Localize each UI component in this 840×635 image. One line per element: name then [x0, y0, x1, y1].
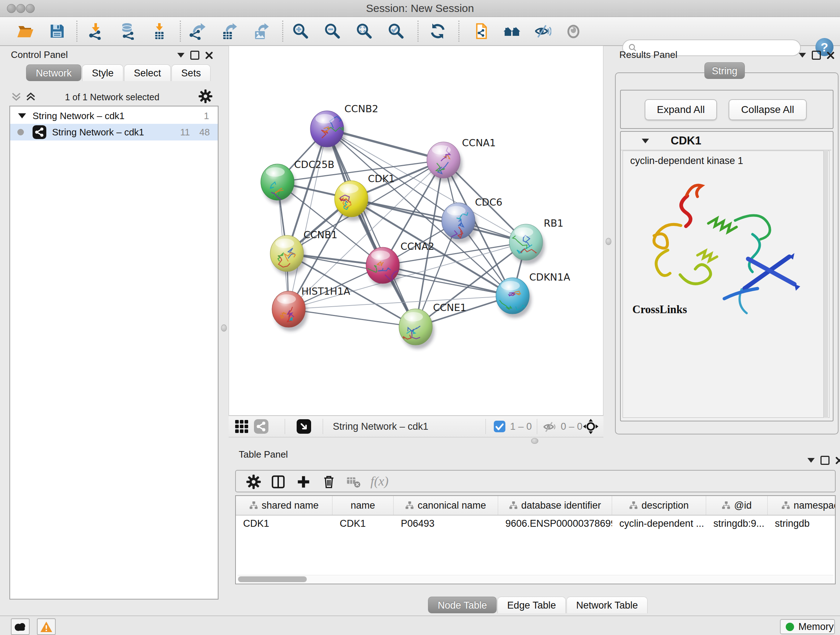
- panel-close-icon[interactable]: [827, 51, 835, 59]
- expand-all-button[interactable]: Expand All: [645, 99, 717, 120]
- entry-header[interactable]: CDK1: [621, 132, 831, 150]
- panel-close-icon[interactable]: [205, 51, 213, 59]
- column-header-shared-name[interactable]: shared name: [236, 496, 332, 515]
- column-header-@id[interactable]: @id: [706, 496, 767, 515]
- column-header-canonical-name[interactable]: canonical name: [393, 496, 498, 515]
- panel-close-icon[interactable]: [835, 456, 840, 464]
- tab-style[interactable]: Style: [82, 65, 123, 81]
- import-table-button[interactable]: [150, 21, 169, 41]
- hidden-toggle[interactable]: [543, 420, 556, 435]
- column-header-database-identifier[interactable]: database identifier: [498, 496, 612, 515]
- network-collection-row[interactable]: String Network – cdk1 1: [10, 108, 218, 124]
- collapse-all-button[interactable]: Collapse All: [729, 99, 807, 120]
- import-network-button[interactable]: [86, 21, 105, 41]
- refresh-button[interactable]: [428, 21, 447, 41]
- node-label-RB1: RB1: [544, 218, 563, 229]
- network-graph: CCNB2CCNA1CDC25BCDK1CDC6RB1CCNB1CCNA2CDK…: [229, 46, 603, 415]
- split-columns-button[interactable]: [271, 474, 286, 489]
- maximize-window-button[interactable]: [26, 4, 35, 13]
- export-network-button[interactable]: [188, 21, 207, 41]
- tab-sets[interactable]: Sets: [172, 65, 210, 81]
- column-header-name[interactable]: name: [332, 496, 393, 515]
- memory-button[interactable]: Memory: [780, 619, 835, 634]
- panel-menu-icon[interactable]: [799, 53, 806, 57]
- panel-menu-icon[interactable]: [177, 53, 185, 57]
- left-splitter-handle[interactable]: [221, 325, 227, 332]
- entry-collapse-icon[interactable]: [642, 139, 649, 143]
- network-node-CDKN1A[interactable]: CDKN1A: [496, 272, 570, 318]
- network-options-gear-button[interactable]: [198, 89, 213, 105]
- tab-node-table[interactable]: Node Table: [428, 597, 497, 613]
- tab-network[interactable]: Network: [26, 65, 81, 81]
- network-row-selected[interactable]: String Network – cdk1 11 48: [10, 124, 218, 141]
- table-cell[interactable]: stringdb: [767, 516, 836, 532]
- network-node-CDK1[interactable]: CDK1: [335, 173, 395, 221]
- table-gear-button[interactable]: [246, 474, 261, 489]
- column-header-description[interactable]: description: [612, 496, 706, 515]
- scrollbar-thumb[interactable]: [238, 576, 307, 582]
- hide-panel-button[interactable]: [533, 21, 552, 41]
- import-database-button[interactable]: [118, 21, 137, 41]
- network-node-HIST1H1A[interactable]: HIST1H1A: [272, 286, 351, 331]
- home-networks-button[interactable]: [502, 21, 521, 41]
- export-table-button[interactable]: [219, 21, 238, 41]
- network-node-CCNE1[interactable]: CCNE1: [399, 302, 466, 349]
- network-edge[interactable]: [383, 265, 513, 296]
- column-header-namespace[interactable]: namespace: [767, 496, 836, 515]
- expand-all-networks-button[interactable]: [25, 91, 36, 103]
- zoom-in-button[interactable]: [291, 21, 309, 41]
- table-horizontal-scrollbar[interactable]: [237, 575, 834, 583]
- birdseye-view-button[interactable]: [297, 419, 311, 435]
- export-table-icon: [220, 22, 238, 40]
- cloud-status-button[interactable]: [11, 618, 30, 635]
- network-node-CCNB1[interactable]: CCNB1: [270, 229, 338, 276]
- zoom-out-button[interactable]: [323, 21, 341, 41]
- delete-column-button[interactable]: [321, 474, 336, 489]
- selected-checkbox[interactable]: [493, 420, 506, 434]
- share-session-file-button[interactable]: [472, 21, 491, 41]
- network-node-CCNA1[interactable]: CCNA1: [427, 137, 496, 182]
- add-column-button[interactable]: [296, 474, 311, 489]
- network-list: String Network – cdk1 1 String Network –…: [9, 106, 218, 600]
- save-session-button[interactable]: [48, 21, 66, 41]
- panel-float-icon[interactable]: [821, 456, 829, 465]
- network-view-button[interactable]: [254, 419, 268, 435]
- zoom-fit-button[interactable]: [355, 21, 373, 41]
- panel-float-icon[interactable]: [812, 51, 821, 60]
- share-gray-icon: [254, 419, 268, 434]
- table-cell[interactable]: 9606.ENSP00000378699: [498, 516, 612, 532]
- network-edge[interactable]: [327, 129, 416, 327]
- tab-string[interactable]: String: [704, 62, 745, 79]
- table-cell[interactable]: cyclin-dependent ...: [612, 516, 706, 532]
- network-edge[interactable]: [289, 309, 416, 327]
- tab-select[interactable]: Select: [124, 65, 171, 81]
- zoom-selected-button[interactable]: [386, 21, 405, 41]
- open-session-button[interactable]: [16, 21, 35, 41]
- table-cell[interactable]: P06493: [393, 516, 498, 532]
- network-node-CDC6[interactable]: CDC6: [442, 196, 502, 243]
- fit-content-button[interactable]: [583, 418, 599, 436]
- tree-expand-icon[interactable]: [18, 113, 26, 119]
- table-row[interactable]: CDK1CDK1P064939606.ENSP00000378699cyclin…: [236, 516, 836, 532]
- export-image-button[interactable]: [251, 21, 270, 41]
- zoom-out-icon: [324, 22, 341, 40]
- bottom-splitter-handle[interactable]: [531, 438, 538, 444]
- tab-edge-table[interactable]: Edge Table: [497, 597, 566, 613]
- network-canvas[interactable]: CCNB2CCNA1CDC25BCDK1CDC6RB1CCNB1CCNA2CDK…: [229, 46, 603, 416]
- table-cell[interactable]: CDK1: [332, 516, 393, 532]
- warnings-button[interactable]: [37, 618, 56, 635]
- table-cell[interactable]: stringdb:9...: [706, 516, 767, 532]
- panel-menu-icon[interactable]: [807, 458, 815, 463]
- table-cell[interactable]: CDK1: [236, 516, 332, 532]
- network-node-RB1[interactable]: RB1: [509, 218, 563, 264]
- network-edge[interactable]: [289, 129, 327, 309]
- tab-network-table[interactable]: Network Table: [567, 597, 648, 613]
- grid-view-button[interactable]: [234, 419, 249, 435]
- results-scrollbar[interactable]: [823, 150, 828, 418]
- crosslinks-title: CrossLinks: [632, 303, 687, 316]
- collapse-all-networks-button[interactable]: [11, 91, 22, 103]
- close-window-button[interactable]: [7, 4, 16, 13]
- show-panel-button[interactable]: [564, 21, 583, 41]
- minimize-window-button[interactable]: [16, 4, 25, 13]
- panel-float-icon[interactable]: [190, 51, 199, 60]
